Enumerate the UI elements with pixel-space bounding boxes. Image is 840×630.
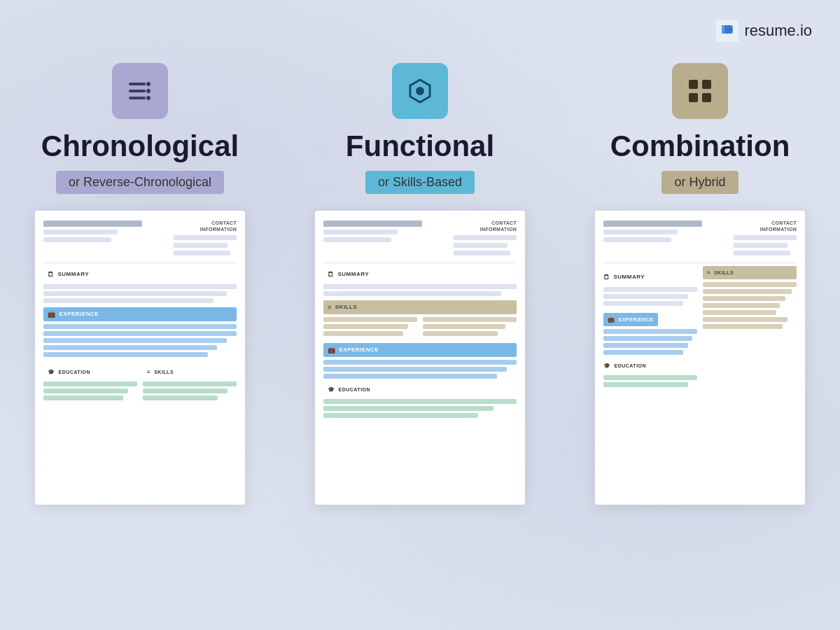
- chronological-icon-wrapper: [112, 63, 168, 119]
- combination-subtitle: or Hybrid: [662, 171, 738, 194]
- hexagon-icon: [405, 76, 435, 106]
- svg-point-7: [146, 96, 150, 100]
- contact-info-label-3: CONTACTINFORMATION: [734, 220, 797, 232]
- grid-icon: [685, 76, 715, 106]
- functional-icon-wrapper: [392, 63, 448, 119]
- chronological-title: Chronological: [41, 130, 239, 162]
- svg-rect-9: [689, 80, 698, 89]
- experience-section-2: 💼 EXPERIENCE: [323, 343, 517, 357]
- svg-rect-12: [702, 93, 711, 102]
- combination-icon-wrapper: [672, 63, 728, 119]
- combination-resume-card: CONTACTINFORMATION 🗒 SUMMARY: [595, 211, 805, 505]
- functional-resume-card: CONTACTINFORMATION 🗒 SUMMARY ≡ SKILLS: [315, 211, 525, 505]
- summary-section-1: 🗒 SUMMARY: [43, 267, 237, 281]
- chronological-resume-card: CONTACTINFORMATION 🗒 SUMMARY 💼: [35, 211, 245, 505]
- column-combination: Combination or Hybrid CONTACTINFORMATION: [560, 63, 840, 505]
- summary-section-3: 🗒 SUMMARY: [603, 270, 697, 284]
- svg-point-6: [146, 89, 150, 93]
- svg-rect-3: [129, 90, 146, 92]
- functional-title: Functional: [346, 130, 494, 162]
- contact-info-label-1: CONTACTINFORMATION: [174, 220, 237, 232]
- summary-section-2: 🗒 SUMMARY: [323, 267, 517, 281]
- svg-rect-11: [689, 93, 698, 102]
- svg-rect-4: [129, 97, 146, 99]
- svg-rect-10: [702, 80, 711, 89]
- list-icon: [125, 76, 155, 106]
- skills-section-3: ≡ SKILLS: [703, 266, 797, 279]
- chronological-subtitle: or Reverse-Chronological: [56, 171, 224, 194]
- svg-point-8: [416, 87, 424, 95]
- svg-point-5: [146, 82, 150, 86]
- column-chronological: Chronological or Reverse-Chronological C…: [0, 63, 280, 505]
- svg-rect-2: [129, 83, 146, 85]
- experience-section-3: 💼 EXPERIENCE: [603, 313, 658, 326]
- skills-section-1: ≡ SKILLS: [143, 365, 237, 379]
- education-section-2: 🎓 EDUCATION: [323, 383, 517, 396]
- education-section-3: 🎓 EDUCATION: [603, 359, 697, 372]
- combination-title: Combination: [610, 130, 790, 162]
- experience-section-1: 💼 EXPERIENCE: [43, 307, 237, 321]
- functional-subtitle: or Skills-Based: [365, 171, 475, 194]
- contact-info-label-2: CONTACTINFORMATION: [454, 220, 517, 232]
- column-functional: Functional or Skills-Based CONTACTINFORM…: [280, 63, 560, 505]
- skills-section-2: ≡ SKILLS: [323, 300, 517, 314]
- main-container: Chronological or Reverse-Chronological C…: [0, 0, 840, 630]
- education-section-1: 🎓 EDUCATION: [43, 365, 137, 379]
